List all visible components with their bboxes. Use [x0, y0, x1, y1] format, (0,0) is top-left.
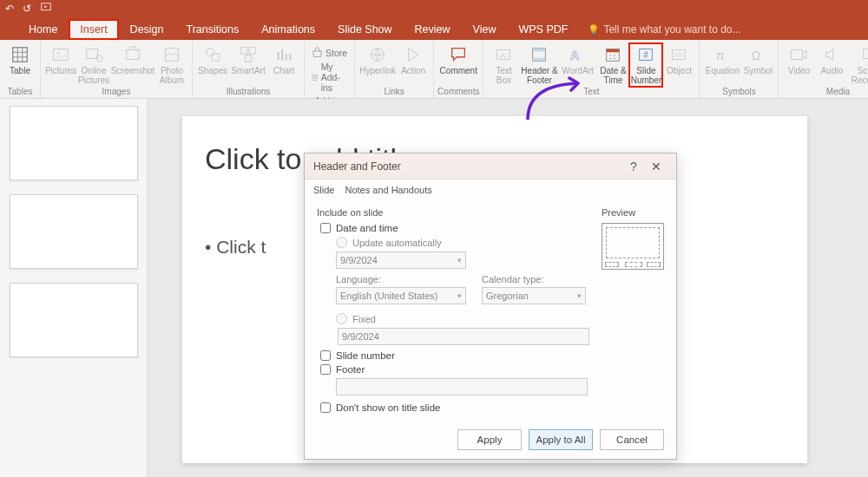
- dialog-tab-slide[interactable]: Slide: [313, 185, 334, 199]
- dialog-footer: Apply Apply to All Cancel: [457, 429, 664, 450]
- apply-to-all-button[interactable]: Apply to All: [529, 429, 593, 450]
- dont-show-title-checkbox[interactable]: Don't show on title slide: [320, 402, 589, 413]
- footer-checkbox[interactable]: Footer: [320, 364, 589, 375]
- dialog-overlay: Header and Footer ? ✕ Slide Notes and Ha…: [0, 0, 868, 477]
- cancel-button[interactable]: Cancel: [600, 429, 664, 450]
- include-on-slide-label: Include on slide: [317, 207, 589, 218]
- language-combo[interactable]: English (United States): [336, 287, 466, 304]
- dialog-tabs: Slide Notes and Handouts: [305, 180, 676, 199]
- dialog-titlebar: Header and Footer ? ✕: [305, 154, 676, 180]
- date-format-combo[interactable]: 9/9/2024: [336, 252, 466, 269]
- calendar-combo[interactable]: Gregorian: [482, 287, 586, 304]
- dialog-help-button[interactable]: ?: [622, 160, 645, 173]
- calendar-type-label: Calendar type:: [482, 274, 586, 284]
- update-automatically-radio[interactable]: Update automatically: [336, 237, 589, 248]
- header-footer-dialog: Header and Footer ? ✕ Slide Notes and Ha…: [304, 153, 677, 460]
- preview-thumbnail: [602, 223, 664, 270]
- fixed-radio[interactable]: Fixed: [336, 313, 589, 324]
- apply-button[interactable]: Apply: [457, 429, 522, 450]
- dialog-title: Header and Footer: [313, 160, 401, 173]
- date-time-checkbox[interactable]: Date and time: [320, 223, 589, 233]
- dialog-close-button[interactable]: ✕: [645, 160, 667, 173]
- language-label: Language:: [336, 274, 466, 284]
- preview-label: Preview: [602, 207, 664, 218]
- dialog-tab-notes[interactable]: Notes and Handouts: [345, 185, 431, 199]
- slide-number-checkbox[interactable]: Slide number: [320, 350, 589, 361]
- footer-text-input[interactable]: [336, 378, 588, 395]
- fixed-date-input[interactable]: 9/9/2024: [338, 328, 589, 345]
